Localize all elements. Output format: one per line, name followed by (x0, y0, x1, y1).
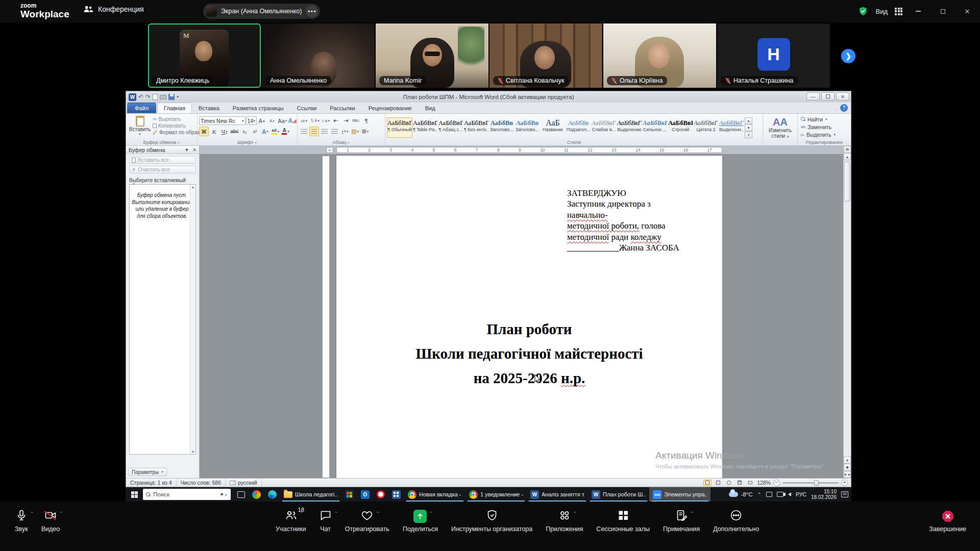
taskbar-app-folder[interactable]: Школа педагогі... (280, 487, 341, 502)
vertical-ruler[interactable] (322, 156, 330, 478)
security-shield-icon[interactable] (858, 6, 868, 16)
help-icon[interactable]: ? (840, 104, 848, 112)
tab-вставка[interactable]: Вставка (192, 103, 226, 113)
taskbar-app-chrome[interactable]: Новая вкладка - ... (404, 487, 465, 502)
sort-button[interactable]: Я̂А↓ (351, 116, 361, 126)
word-close-button[interactable]: ✕ (836, 92, 849, 101)
fullscreen-view-button[interactable] (714, 480, 722, 486)
chevron-down-icon[interactable]: ▾ (129, 132, 151, 136)
change-styles-button[interactable]: АА Изменить стили ▾ (763, 115, 797, 139)
horizontal-ruler[interactable]: ⌐ 1234567891011121314151617 (200, 146, 843, 154)
taskbar-app-store[interactable] (341, 487, 357, 502)
zoom-slider-thumb[interactable] (814, 480, 819, 486)
participant-tile[interactable]: MДмитро Клевжиць (148, 23, 261, 88)
copy-button[interactable]: Копировать (153, 122, 197, 129)
next-page-icon[interactable]: ▼▼ (844, 471, 851, 478)
pane-menu-icon[interactable]: ▼ (185, 147, 189, 153)
screen-share-pill[interactable]: Экран (Анна Омельяненко) ••• (203, 4, 320, 19)
word-count[interactable]: Число слов: 586 (177, 479, 226, 487)
draft-view-button[interactable] (746, 480, 754, 486)
minimize-button[interactable] (910, 4, 927, 19)
taskbar-app-copilot[interactable] (249, 487, 264, 502)
pane-close-icon[interactable]: ✕ (192, 147, 197, 153)
participant-tile[interactable]: Marina Komir (376, 23, 488, 88)
toolbar-apps[interactable]: ⌃Приложения (539, 502, 590, 533)
chevron-up-icon[interactable]: ⌃ (573, 511, 577, 516)
close-button[interactable]: ✕ (959, 4, 976, 19)
style-item[interactable]: АаБбВвПодзагол... (566, 117, 591, 138)
grow-font-button[interactable]: А▲ (257, 116, 267, 126)
align-center-button[interactable] (309, 127, 319, 136)
font-size-select[interactable]: 14▾ (246, 116, 257, 125)
strikethrough-button[interactable]: abc (230, 127, 239, 136)
document-scrollbar[interactable]: ▤ ▲ ▼ ◆ ▼▼ (843, 146, 851, 478)
zoom-out-button[interactable]: − (773, 480, 780, 486)
tab-главная[interactable]: Главная (157, 103, 192, 113)
print-layout-view-button[interactable] (703, 480, 712, 486)
toolbar-breakout[interactable]: Сессионные залы (590, 502, 656, 533)
taskbar-app-word[interactable]: WПлан роботи Ш... (588, 487, 649, 502)
tab-рецензирование[interactable]: Рецензирование (362, 103, 419, 113)
toolbar-end-meeting[interactable]: Завершение (922, 502, 973, 533)
toolbar-more[interactable]: Дополнительно (706, 502, 766, 533)
toolbar-audio[interactable]: ⌃Звук (8, 502, 35, 533)
toolbar-host-tools[interactable]: Инструменты организатора (445, 502, 539, 533)
cut-button[interactable]: ✂Вырезать (153, 116, 197, 122)
style-item[interactable]: АаБбВвГ¶ Table Pa... (412, 117, 438, 138)
scroll-up-icon[interactable]: ▲ (844, 153, 851, 160)
clipboard-options-button[interactable]: Параметры▾ (128, 468, 167, 476)
language-indicator[interactable]: РУС (796, 491, 806, 497)
paste-all-button[interactable]: Вставить все (129, 156, 196, 164)
network-icon[interactable] (777, 492, 783, 497)
ruler-toggle-icon[interactable]: ▤ (844, 146, 851, 153)
start-button[interactable] (126, 487, 143, 502)
highlight-button[interactable]: аб▾ (271, 127, 280, 136)
style-item[interactable]: АаБНазвание (540, 117, 566, 138)
styles-more-icon[interactable]: ⊽ (745, 132, 752, 138)
action-center-icon[interactable] (841, 491, 848, 497)
taskbar-app-chrome[interactable]: 1 уведомление - ... (465, 487, 527, 502)
bullets-button[interactable]: ⁝≡▾ (299, 116, 309, 126)
style-item[interactable]: АаБбВвЗаголово... (514, 117, 540, 138)
show-marks-button[interactable]: ¶ (361, 116, 371, 126)
zoom-in-button[interactable]: + (841, 480, 848, 486)
tab-ссылки[interactable]: Ссылки (290, 103, 324, 113)
align-right-button[interactable] (320, 127, 329, 136)
page-indicator[interactable]: Страница: 1 из 4 (126, 479, 177, 487)
underline-button[interactable]: Ч▾ (219, 127, 229, 136)
justify-button[interactable] (330, 127, 339, 136)
scroll-down-icon[interactable]: ▼ (844, 457, 851, 464)
word-minimize-button[interactable]: — (806, 92, 820, 101)
font-name-select[interactable]: Times New Rc▾ (199, 116, 246, 125)
toolbar-share[interactable]: ⌃Поделиться (396, 502, 445, 533)
scrollbar-thumb[interactable] (844, 162, 850, 202)
participant-tile[interactable]: Світлана Ковальчук (489, 23, 602, 88)
chevron-up-icon[interactable]: ⌃ (690, 511, 694, 516)
shrink-font-button[interactable]: А▼ (267, 116, 277, 126)
proofing-status[interactable]: русский (226, 479, 262, 487)
chevron-down-icon[interactable]: ⌄ (65, 9, 70, 16)
word-restore-button[interactable] (821, 92, 835, 101)
align-left-button[interactable] (299, 127, 309, 136)
taskbar-app-app-grid[interactable] (388, 487, 404, 502)
zoom-slider[interactable] (782, 482, 839, 484)
chevron-up-icon[interactable]: ⌃ (429, 511, 433, 516)
taskbar-app-word[interactable]: WАналіз заняття т... (527, 487, 588, 502)
toolbar-react[interactable]: ⌃Отреагировать (338, 502, 396, 533)
participant-tile[interactable]: Анна Омельяненко (262, 23, 375, 88)
tab-файл[interactable]: Файл (127, 103, 156, 113)
format-painter-button[interactable]: 🖉Формат по образцу (153, 129, 197, 136)
paste-button[interactable]: Вставить ▾ (129, 115, 151, 138)
styles-scroll-up-icon[interactable]: ▲ (745, 117, 752, 124)
line-spacing-button[interactable]: ↕≡▾ (340, 127, 350, 136)
participant-tile[interactable]: Ольга Юріївна (603, 23, 716, 88)
outline-view-button[interactable] (736, 480, 744, 486)
select-button[interactable]: ▻Выделить▾ (798, 131, 851, 138)
borders-button[interactable]: ⊞▾ (360, 127, 370, 136)
toolbar-video[interactable]: ⌃Видео (35, 502, 67, 533)
style-item[interactable]: АаБбВвГгВыделенн... (719, 117, 744, 138)
subscript-button[interactable]: x₂ (240, 127, 250, 136)
style-item[interactable]: АаБбВвГ¶ Абзац с... (438, 117, 463, 138)
italic-button[interactable]: К (209, 127, 219, 136)
taskbar-app-zoom[interactable]: zmЭлементы упра... (649, 487, 710, 502)
